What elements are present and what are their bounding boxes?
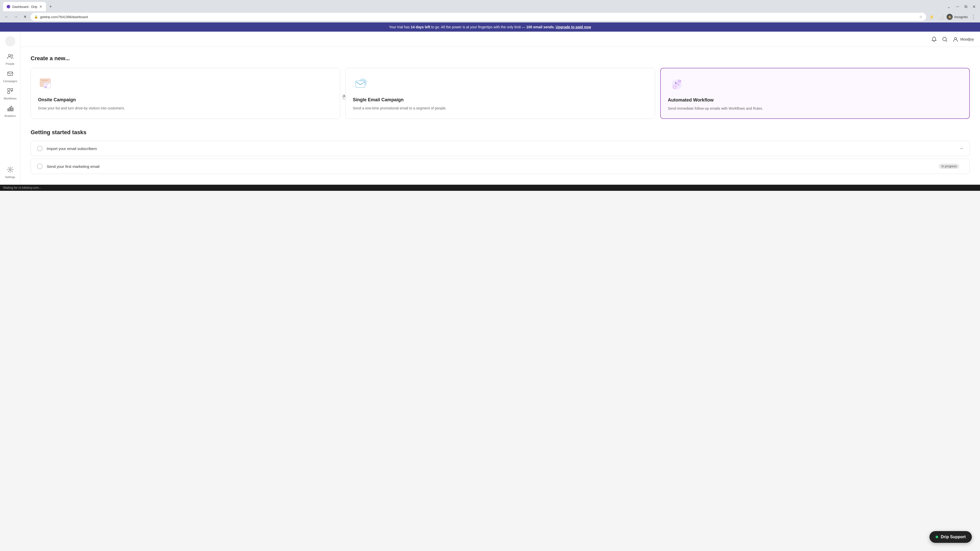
create-section-title: Create a new... bbox=[30, 55, 970, 62]
cards-grid: Onsite Campaign Grow your list and turn … bbox=[30, 68, 970, 119]
task-send-first-email[interactable]: Send your first marketing email In progr… bbox=[30, 159, 970, 174]
automated-workflow-card[interactable]: Automated Workflow Send immediate follow… bbox=[660, 68, 970, 119]
bookmark-button[interactable]: ⬜ bbox=[937, 13, 945, 21]
tab-close-button[interactable]: ✕ bbox=[39, 5, 42, 9]
sidebar-campaigns-label: Campaigns bbox=[3, 79, 18, 83]
user-menu[interactable]: Moodjoy bbox=[953, 37, 974, 42]
sidebar-item-workflows[interactable]: Workflows bbox=[1, 86, 19, 102]
single-email-icon bbox=[353, 75, 371, 93]
automated-workflow-title: Automated Workflow bbox=[668, 97, 962, 103]
active-tab[interactable]: Dashboard · Drip ✕ bbox=[3, 2, 46, 11]
sidebar-item-people[interactable]: People bbox=[1, 51, 19, 67]
banner-limit-bold: 100 email sends. bbox=[526, 25, 555, 29]
tab-list-button[interactable]: ⌄ bbox=[945, 3, 953, 10]
address-bar[interactable]: 🔒 getdrip.com/7641396/dashboard ☆ bbox=[30, 13, 926, 21]
reload-button[interactable]: ✕ bbox=[21, 13, 29, 21]
task-arrow-import: → bbox=[959, 146, 963, 151]
settings-icon bbox=[7, 166, 14, 175]
svg-point-30 bbox=[678, 80, 681, 83]
campaigns-icon bbox=[7, 70, 14, 79]
analytics-icon bbox=[7, 105, 14, 113]
tab-favicon bbox=[6, 5, 10, 8]
task-checkbox-import[interactable] bbox=[37, 146, 43, 151]
restore-button[interactable]: ⧉ bbox=[963, 3, 969, 10]
banner-middle: to go. All the power is at your fingerti… bbox=[430, 25, 527, 29]
svg-rect-16 bbox=[41, 80, 48, 81]
status-message: Waiting for rs.fullstory.com... bbox=[3, 186, 41, 189]
onsite-campaign-desc: Grow your list and turn drive-by visitor… bbox=[38, 106, 333, 111]
svg-point-0 bbox=[5, 36, 15, 46]
app-wrapper: Your trial has 14 days left to go. All t… bbox=[0, 22, 980, 185]
svg-rect-6 bbox=[11, 89, 13, 91]
svg-rect-7 bbox=[8, 92, 10, 94]
sidebar-item-campaigns[interactable]: Campaigns bbox=[1, 68, 19, 85]
address-actions: ☆ bbox=[919, 15, 923, 19]
svg-point-29 bbox=[673, 86, 676, 89]
banner-prefix: Your trial has bbox=[389, 25, 410, 29]
svg-rect-11 bbox=[12, 108, 13, 111]
incognito-icon: 🕵 bbox=[947, 14, 953, 20]
svg-point-3 bbox=[11, 55, 13, 56]
single-email-title: Single Email Campaign bbox=[353, 97, 648, 103]
back-button[interactable]: ← bbox=[3, 13, 10, 21]
svg-rect-9 bbox=[9, 107, 10, 111]
svg-point-12 bbox=[9, 169, 11, 171]
content-area: Create a new... bbox=[21, 47, 980, 185]
main-layout: 🙂 People bbox=[0, 32, 980, 185]
new-tab-button[interactable]: + bbox=[47, 3, 54, 10]
svg-point-2 bbox=[8, 54, 11, 56]
svg-rect-17 bbox=[41, 81, 46, 82]
incognito-profile[interactable]: 🕵 Incognito bbox=[947, 14, 968, 20]
sidebar-analytics-label: Analytics bbox=[4, 114, 16, 118]
svg-rect-21 bbox=[45, 84, 49, 84]
right-panel: Moodjoy Create a new... bbox=[21, 32, 980, 185]
sidebar-workflows-label: Workflows bbox=[3, 97, 17, 100]
notifications-button[interactable] bbox=[931, 37, 937, 42]
task-import-label: Import your email subscribers bbox=[47, 146, 959, 151]
status-bar: Waiting for rs.fullstory.com... bbox=[0, 185, 980, 191]
sidebar-item-analytics[interactable]: Analytics bbox=[1, 103, 19, 119]
automated-workflow-icon bbox=[668, 76, 686, 94]
title-bar: Dashboard · Drip ✕ + ⌄ ─ ⧉ ✕ bbox=[0, 0, 980, 11]
workflows-icon bbox=[7, 88, 14, 96]
svg-rect-10 bbox=[11, 106, 12, 111]
search-button[interactable] bbox=[942, 37, 948, 42]
svg-point-14 bbox=[955, 38, 956, 40]
sidebar-people-label: People bbox=[6, 62, 14, 65]
task-in-progress-badge: In progress bbox=[939, 164, 959, 169]
people-icon bbox=[7, 53, 14, 61]
header-actions: Moodjoy bbox=[931, 37, 974, 42]
svg-rect-25 bbox=[356, 81, 365, 87]
app-header: Moodjoy bbox=[21, 32, 980, 47]
banner-days-bold: 14 days left bbox=[410, 25, 430, 29]
minimize-button[interactable]: ─ bbox=[955, 3, 961, 10]
single-email-campaign-card[interactable]: Single Email Campaign Send a one-time pr… bbox=[345, 68, 655, 119]
trial-banner: Your trial has 14 days left to go. All t… bbox=[0, 22, 980, 32]
svg-rect-23 bbox=[45, 86, 47, 87]
sidebar-item-settings[interactable]: Settings bbox=[1, 164, 19, 181]
sidebar-bottom: Settings bbox=[1, 164, 19, 181]
close-button[interactable]: ✕ bbox=[971, 3, 977, 10]
forward-button[interactable]: → bbox=[12, 13, 19, 21]
svg-rect-22 bbox=[45, 85, 48, 86]
url-text: getdrip.com/7641396/dashboard bbox=[40, 15, 88, 19]
automated-workflow-desc: Send immediate follow-up emails with Wor… bbox=[668, 106, 962, 111]
upgrade-link[interactable]: Upgrade to paid now bbox=[555, 25, 591, 29]
star-icon[interactable]: ☆ bbox=[919, 15, 923, 19]
extensions-button[interactable]: ⚡ bbox=[928, 13, 935, 21]
svg-rect-8 bbox=[8, 109, 9, 111]
browser-actions: ⚡ ⬜ 🕵 Incognito ⋮ bbox=[928, 13, 977, 21]
app-logo[interactable]: 🙂 bbox=[5, 36, 16, 47]
menu-button[interactable]: ⋮ bbox=[970, 13, 977, 21]
onsite-campaign-icon bbox=[38, 75, 56, 93]
task-checkbox-send[interactable] bbox=[37, 164, 43, 169]
tasks-section-title: Getting started tasks bbox=[30, 129, 970, 136]
onsite-campaign-card[interactable]: Onsite Campaign Grow your list and turn … bbox=[30, 68, 340, 119]
task-import-subscribers[interactable]: Import your email subscribers → bbox=[30, 141, 970, 156]
incognito-label: Incognito bbox=[954, 15, 968, 19]
address-bar-row: ← → ✕ 🔒 getdrip.com/7641396/dashboard ☆ … bbox=[0, 11, 980, 22]
svg-rect-5 bbox=[8, 89, 10, 91]
single-email-desc: Send a one-time promotional email to a s… bbox=[353, 106, 648, 111]
sidebar: 🙂 People bbox=[0, 32, 21, 185]
svg-rect-4 bbox=[8, 72, 13, 76]
